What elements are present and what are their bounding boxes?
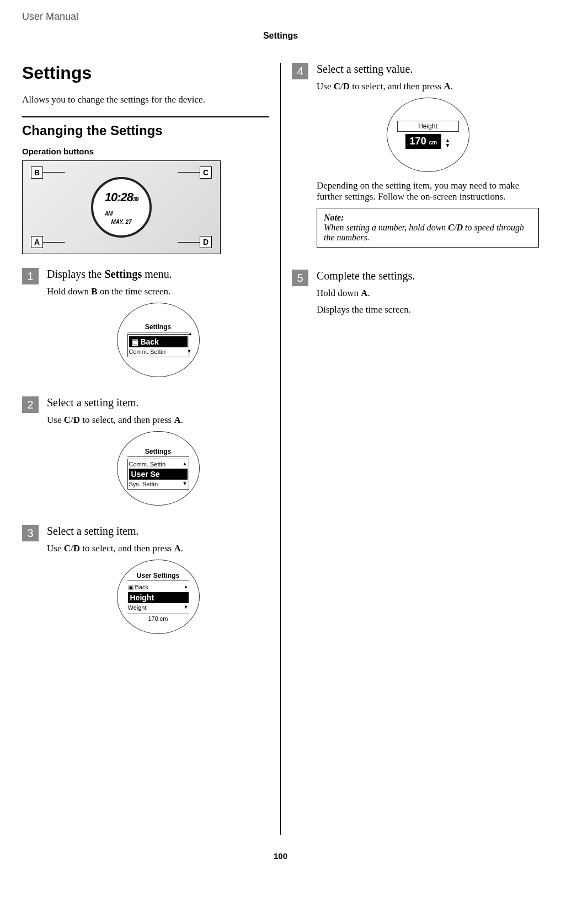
screen-header: Settings — [127, 323, 189, 332]
step-text: Use C/D to select, and then press A. — [317, 81, 539, 92]
screen-row: Weight — [128, 604, 147, 611]
watch-seconds: 39 — [133, 196, 138, 202]
step-title: Select a setting item. — [47, 525, 269, 538]
note-label: Note: — [324, 213, 344, 222]
button-label-d: D — [200, 236, 212, 248]
screen-header: Settings — [127, 448, 189, 457]
screen-unit: cm — [429, 139, 437, 146]
screen-header: Height — [418, 122, 437, 130]
screen-diagram-setting-item: Settings Comm. Settin▲ User Se Sys. Sett… — [47, 431, 269, 506]
screen-row: Sys. Settin — [129, 481, 158, 487]
page-title: Settings — [22, 63, 269, 83]
watch-time: 10:28 — [105, 190, 133, 204]
step-text: Use C/D to select, and then press A. — [47, 543, 269, 554]
operation-buttons-label: Operation buttons — [22, 147, 269, 156]
screen-row-comm: Comm. Settin — [129, 348, 166, 355]
subsection-title: Changing the Settings — [22, 123, 269, 138]
intro-text: Allows you to change the settings for th… — [22, 94, 269, 105]
step-paragraph: Displays the time screen. — [317, 304, 539, 315]
page-number: 100 — [22, 851, 539, 861]
section-header: Settings — [22, 31, 539, 41]
watch-face: 10:2839AM MAY. 27 — [91, 177, 152, 238]
screen-footer: 170 cm — [127, 614, 189, 622]
step-3: 3 Select a setting item. Use C/D to sele… — [22, 525, 269, 642]
button-label-c: C — [200, 166, 212, 179]
screen-diagram-settings-menu: Settings ▣ Back ▲ Comm. Settin ▼ — [47, 303, 269, 377]
step-title: Select a setting value. — [317, 63, 539, 76]
screen-value: 170 — [410, 136, 426, 147]
divider — [22, 116, 269, 117]
doc-title: User Manual — [22, 11, 539, 23]
screen-row-selected: User Se — [129, 469, 188, 480]
button-label-a: A — [31, 236, 43, 248]
button-label-b: B — [31, 166, 43, 179]
step-number: 1 — [22, 268, 39, 284]
step-title: Select a setting item. — [47, 396, 269, 409]
step-number: 5 — [292, 270, 308, 286]
screen-row-back: ▣ Back — [131, 337, 159, 346]
step-text: Use C/D to select, and then press A. — [47, 415, 269, 426]
step-5: 5 Complete the settings. Hold down A. Di… — [292, 270, 539, 321]
screen-row: Comm. Settin — [129, 461, 166, 468]
step-paragraph: Depending on the setting item, you may n… — [317, 180, 539, 202]
watch-ampm: AM — [105, 211, 113, 217]
screen-diagram-user-settings: User Settings ▣ Back▲ Height Weight▼ 170… — [47, 560, 269, 634]
screen-row-selected: Height — [128, 592, 189, 603]
step-number: 4 — [292, 63, 308, 79]
step-text: Hold down A. — [317, 288, 539, 299]
step-title: Displays the Settings menu. — [47, 268, 269, 281]
screen-diagram-height-value: Height 170 cm ▲▼ — [317, 98, 539, 172]
note-box: Note: When setting a number, hold down C… — [317, 208, 539, 248]
step-1: 1 Displays the Settings menu. Hold down … — [22, 268, 269, 385]
watch-date: MAY. 27 — [111, 219, 131, 225]
step-2: 2 Select a setting item. Use C/D to sele… — [22, 396, 269, 514]
screen-row: ▣ Back — [128, 584, 149, 590]
screen-header: User Settings — [127, 572, 189, 581]
step-text: Hold down B on the time screen. — [47, 286, 269, 297]
step-4: 4 Select a setting value. Use C/D to sel… — [292, 63, 539, 259]
step-number: 2 — [22, 396, 39, 413]
step-title: Complete the settings. — [317, 270, 539, 282]
watch-diagram: B C A D 10:2839AM MAY. 27 — [22, 160, 221, 254]
step-number: 3 — [22, 525, 39, 541]
